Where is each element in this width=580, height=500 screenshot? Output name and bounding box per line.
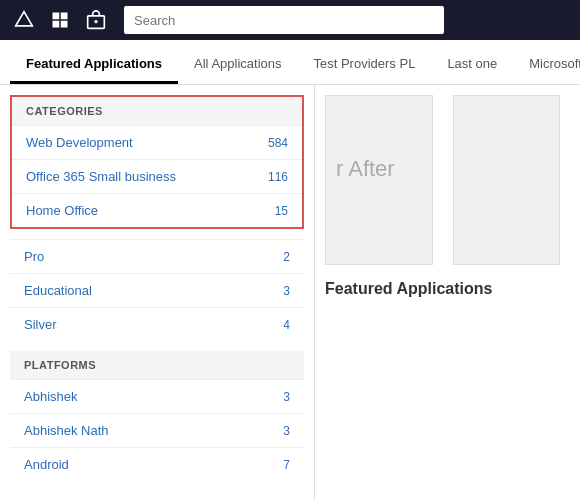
category-item-web-development[interactable]: Web Development 584	[12, 125, 302, 159]
store-icon-button[interactable]	[80, 4, 112, 36]
categories-header: CATEGORIES	[12, 97, 302, 125]
grid-icon-button[interactable]	[44, 4, 76, 36]
tab-featured[interactable]: Featured Applications	[10, 46, 178, 84]
extra-categories: Pro 2 Educational 3 Silver 4	[10, 239, 304, 341]
category-name: Office 365 Small business	[26, 169, 176, 184]
svg-rect-1	[53, 13, 60, 20]
svg-marker-0	[16, 12, 33, 26]
svg-rect-4	[61, 21, 68, 28]
category-name: Web Development	[26, 135, 133, 150]
tab-test[interactable]: Test Providers PL	[298, 46, 432, 84]
platform-item-android[interactable]: Android 7	[10, 447, 304, 481]
platform-count: 3	[283, 390, 290, 404]
category-item-silver[interactable]: Silver 4	[10, 307, 304, 341]
platform-name: Android	[24, 457, 69, 472]
tab-all[interactable]: All Applications	[178, 46, 297, 84]
top-navigation	[0, 0, 580, 40]
category-item-pro[interactable]: Pro 2	[10, 239, 304, 273]
category-item-office365[interactable]: Office 365 Small business 116	[12, 159, 302, 193]
featured-applications-label: Featured Applications	[325, 275, 570, 303]
right-content-area: r After Featured Applications	[315, 85, 580, 500]
category-count: 15	[275, 204, 288, 218]
category-name: Home Office	[26, 203, 98, 218]
platform-name: Abhishek	[24, 389, 77, 404]
app-card-2[interactable]	[453, 95, 561, 265]
app-card-1[interactable]: r After	[325, 95, 433, 265]
svg-rect-2	[61, 13, 68, 20]
platforms-header: PLATFORMS	[10, 351, 304, 379]
category-name: Educational	[24, 283, 92, 298]
category-name: Pro	[24, 249, 44, 264]
platform-item-abhishek[interactable]: Abhishek 3	[10, 379, 304, 413]
platform-item-abhishek-nath[interactable]: Abhishek Nath 3	[10, 413, 304, 447]
platforms-section: PLATFORMS Abhishek 3 Abhishek Nath 3 And…	[10, 351, 304, 481]
main-content: CATEGORIES Web Development 584 Office 36…	[0, 85, 580, 500]
category-count: 4	[283, 318, 290, 332]
category-count: 3	[283, 284, 290, 298]
category-name: Silver	[24, 317, 57, 332]
logo-button[interactable]	[8, 4, 40, 36]
highlighted-categories-box: CATEGORIES Web Development 584 Office 36…	[10, 95, 304, 229]
tab-microsoft[interactable]: Microsoft	[513, 46, 580, 84]
category-count: 2	[283, 250, 290, 264]
category-count: 584	[268, 136, 288, 150]
platform-count: 7	[283, 458, 290, 472]
platform-count: 3	[283, 424, 290, 438]
sidebar: CATEGORIES Web Development 584 Office 36…	[0, 85, 315, 500]
card-after-label: r After	[326, 96, 432, 192]
platform-name: Abhishek Nath	[24, 423, 109, 438]
svg-rect-3	[53, 21, 60, 28]
tabs-bar: Featured Applications All Applications T…	[0, 40, 580, 85]
search-input[interactable]	[124, 6, 444, 34]
category-item-educational[interactable]: Educational 3	[10, 273, 304, 307]
tab-last[interactable]: Last one	[431, 46, 513, 84]
category-item-home-office[interactable]: Home Office 15	[12, 193, 302, 227]
category-count: 116	[268, 170, 288, 184]
